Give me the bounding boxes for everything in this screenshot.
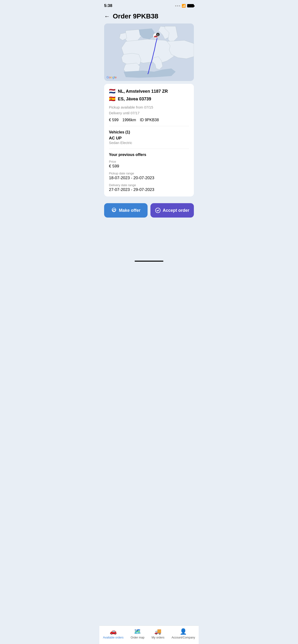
checkmark-icon [155,208,161,213]
battery-icon [187,4,194,8]
vehicle-name: AC UP [109,136,189,141]
wifi-icon: 📶 [182,4,186,8]
order-details-card: 🇳🇱 NL, Amstelveen 1187 ZR 🇪🇸 ES, Jávea 0… [104,84,194,196]
delivery-range-label: Delivery date range [109,183,189,187]
page-title: Order 9PKB38 [113,12,158,20]
price-value: € 599 [109,164,189,169]
page-header: ← Order 9PKB38 [99,10,199,24]
action-row: Make offer Accept order [99,199,199,222]
vehicles-title: Vehicles (1) [109,130,189,134]
status-bar: 5:38 📶 [99,0,199,10]
google-logo: Google [106,76,117,79]
previous-offers-title: Your previous offers [109,152,189,157]
vehicle-type: Sedan Electric [109,141,189,145]
order-price: € 599 [109,118,118,122]
route-meta: Pickup available from 07/15 Delivery unt… [109,104,189,116]
handshake-icon [111,208,117,213]
destination-row: 🇪🇸 ES, Jávea 03739 [109,96,189,102]
svg-point-6 [156,208,160,213]
origin-text: NL, Amstelveen 1187 ZR [118,89,168,94]
status-time: 5:38 [104,3,112,8]
destination-text: ES, Jávea 03739 [118,96,151,102]
status-icons: 📶 [175,4,194,8]
price-label: Price [109,160,189,164]
origin-row: 🇳🇱 NL, Amstelveen 1187 ZR [109,88,189,94]
home-indicator [135,261,163,262]
map-container: 🚗 1 Google [104,24,194,81]
back-button[interactable]: ← [104,13,110,20]
order-distance: 1996km [122,118,136,122]
accept-order-button[interactable]: Accept order [151,203,194,218]
origin-flag: 🇳🇱 [109,88,115,94]
pickup-range-value: 18-07-2023 - 20-07-2023 [109,176,189,180]
make-offer-button[interactable]: Make offer [104,203,147,218]
signal-dots-icon [175,5,180,6]
delivery-range-value: 27-07-2023 - 29-07-2023 [109,187,189,192]
route-stats: € 599 1996km ID 9PKB38 [109,118,189,122]
order-id: ID 9PKB38 [140,118,159,122]
svg-text:1: 1 [158,34,159,36]
divider-2 [109,148,189,149]
pickup-available: Pickup available from 07/15 [109,104,189,110]
divider-1 [109,126,189,126]
pickup-range-label: Pickup date range [109,172,189,175]
delivery-until: Delivery until 07/17 [109,110,189,116]
destination-flag: 🇪🇸 [109,96,115,102]
